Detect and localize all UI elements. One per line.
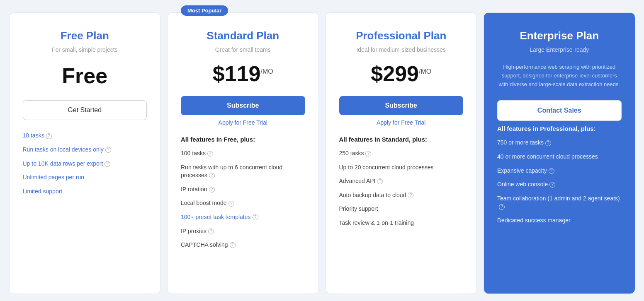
feature-text-professional-4: Priority support: [339, 205, 464, 213]
info-icon: ?: [549, 168, 554, 174]
feature-item-free-4: Limited support: [23, 188, 147, 196]
feature-item-enterprise-2: Expansive capacity?: [497, 167, 622, 175]
info-icon: ?: [209, 187, 215, 193]
feature-text-free-2: Up to 10K data rows per export?: [23, 160, 147, 168]
plan-subtitle-standard: Great for small teams: [181, 46, 305, 53]
feature-text-professional-1: Up to 20 concurrent cloud processes: [339, 164, 464, 172]
feature-item-free-1: Run tasks on local devices only?: [23, 146, 147, 154]
feature-item-professional-0: 250 tasks?: [339, 149, 464, 158]
info-icon: ?: [377, 178, 383, 184]
feature-item-standard-1: Run tasks with up to 6 concurrent cloud …: [181, 164, 305, 180]
feature-item-standard-2: IP rotation?: [181, 185, 305, 194]
free-trial-link-professional[interactable]: Apply for Free Trial: [339, 119, 464, 126]
feature-item-free-3: Unlimited pages per run: [23, 173, 147, 182]
plan-card-enterprise: Enterprise PlanLarge Enterprise-readyHig…: [484, 12, 635, 294]
price-unit-professional: /MO: [419, 68, 431, 75]
info-icon: ?: [545, 140, 551, 146]
most-popular-badge: Most Popular: [181, 5, 228, 16]
info-icon: ?: [104, 161, 110, 167]
feature-text-standard-1: Run tasks with up to 6 concurrent cloud …: [181, 164, 305, 180]
info-icon: ?: [365, 151, 371, 157]
plan-price-professional: $299/MO: [371, 63, 431, 84]
feature-item-standard-6: CAPTCHA solving?: [181, 241, 305, 249]
info-icon: ?: [208, 229, 214, 234]
features-list-professional: 250 tasks? Up to 20 concurrent cloud pro…: [339, 149, 464, 227]
plan-price-free: Free: [23, 63, 147, 89]
price-unit-standard: /MO: [260, 68, 273, 75]
feature-text-professional-0: 250 tasks?: [339, 149, 464, 158]
feature-item-standard-0: 100 tasks?: [181, 149, 305, 158]
feature-item-free-0: 10 tasks?: [23, 132, 147, 140]
info-icon: ?: [549, 182, 555, 188]
info-icon: ?: [253, 214, 258, 220]
feature-item-free-2: Up to 10K data rows per export?: [23, 160, 147, 168]
info-icon: ?: [207, 151, 213, 157]
plan-subtitle-enterprise: Large Enterprise-ready: [497, 46, 622, 53]
feature-item-enterprise-4: Team collaboration (1 admin and 2 agent …: [497, 195, 622, 211]
feature-text-enterprise-5: Dedicated success manager: [497, 217, 622, 225]
feature-text-enterprise-1: 40 or more concurrent cloud processes: [497, 153, 622, 161]
feature-text-professional-3: Auto backup data to cloud?: [339, 191, 464, 200]
feature-text-enterprise-2: Expansive capacity?: [497, 167, 622, 175]
plan-name-enterprise: Enterprise Plan: [497, 29, 622, 42]
feature-text-standard-5: IP proxies?: [181, 227, 305, 236]
free-trial-link-standard[interactable]: Apply for Free Trial: [181, 119, 305, 126]
feature-text-professional-2: Advanced API?: [339, 177, 464, 185]
feature-text-standard-3: Local boost mode?: [181, 199, 305, 207]
price-row-professional: $299/MO: [339, 63, 464, 84]
feature-item-standard-5: IP proxies?: [181, 227, 305, 236]
plan-name-standard: Standard Plan: [181, 29, 305, 42]
price-row-standard: $119/MO: [181, 63, 305, 84]
enterprise-description: High-performance web scraping with prior…: [497, 63, 622, 89]
feature-text-free-1: Run tasks on local devices only?: [23, 146, 147, 154]
feature-item-enterprise-5: Dedicated success manager: [497, 217, 622, 225]
feature-item-enterprise-0: 750 or more tasks?: [497, 139, 622, 147]
feature-text-standard-4: 100+ preset task templates?: [181, 213, 305, 222]
info-icon: ?: [499, 204, 505, 210]
feature-item-enterprise-1: 40 or more concurrent cloud processes: [497, 153, 622, 161]
feature-item-professional-1: Up to 20 concurrent cloud processes: [339, 164, 464, 172]
features-heading-enterprise: All features in Professional, plus:: [497, 125, 622, 132]
info-icon: ?: [105, 147, 111, 153]
info-icon: ?: [228, 201, 234, 207]
feature-text-standard-6: CAPTCHA solving?: [181, 241, 305, 249]
plan-price-standard: $119/MO: [213, 63, 273, 84]
feature-text-free-3: Unlimited pages per run: [23, 173, 147, 182]
feature-item-professional-3: Auto backup data to cloud?: [339, 191, 464, 200]
feature-item-professional-2: Advanced API?: [339, 177, 464, 185]
info-icon: ?: [408, 193, 413, 198]
info-icon: ?: [230, 242, 236, 248]
features-list-standard: 100 tasks? Run tasks with up to 6 concur…: [181, 149, 305, 249]
cta-button-enterprise[interactable]: Contact Sales: [497, 100, 622, 121]
features-list-enterprise: 750 or more tasks? 40 or more concurrent…: [497, 139, 622, 224]
plan-name-professional: Professional Plan: [339, 29, 464, 42]
feature-text-free-0: 10 tasks?: [23, 132, 147, 140]
cta-button-professional[interactable]: Subscribe: [339, 96, 464, 115]
feature-item-standard-4: 100+ preset task templates?: [181, 213, 305, 222]
plan-subtitle-professional: Ideal for medium-sized businesses: [339, 46, 464, 53]
feature-item-professional-4: Priority support: [339, 205, 464, 213]
cta-button-standard[interactable]: Subscribe: [181, 96, 305, 115]
feature-item-professional-5: Task review & 1-on-1 training: [339, 219, 464, 227]
feature-text-free-4: Limited support: [23, 188, 147, 196]
info-icon: ?: [209, 173, 215, 178]
feature-text-standard-0: 100 tasks?: [181, 149, 305, 158]
feature-item-enterprise-3: Online web console?: [497, 181, 622, 189]
feature-text-enterprise-0: 750 or more tasks?: [497, 139, 622, 147]
plan-card-standard: Most PopularStandard PlanGreat for small…: [167, 12, 319, 294]
plan-card-free: Free PlanFor small, simple projectsFreeG…: [9, 12, 161, 294]
plan-name-free: Free Plan: [23, 29, 147, 42]
features-heading-professional: All features in Standard, plus:: [339, 136, 464, 143]
plan-card-professional: Professional PlanIdeal for medium-sized …: [326, 12, 477, 294]
feature-text-professional-5: Task review & 1-on-1 training: [339, 219, 464, 227]
feature-text-enterprise-3: Online web console?: [497, 181, 622, 189]
info-icon: ?: [46, 133, 52, 139]
feature-item-standard-3: Local boost mode?: [181, 199, 305, 207]
plan-subtitle-free: For small, simple projects: [23, 46, 147, 53]
cta-button-free[interactable]: Get Started: [23, 100, 147, 120]
pricing-container: Free PlanFor small, simple projectsFreeG…: [9, 12, 635, 294]
feature-text-enterprise-4: Team collaboration (1 admin and 2 agent …: [497, 195, 622, 211]
feature-text-standard-2: IP rotation?: [181, 185, 305, 194]
features-list-free: 10 tasks? Run tasks on local devices onl…: [23, 132, 147, 195]
features-heading-standard: All features in Free, plus:: [181, 136, 305, 143]
